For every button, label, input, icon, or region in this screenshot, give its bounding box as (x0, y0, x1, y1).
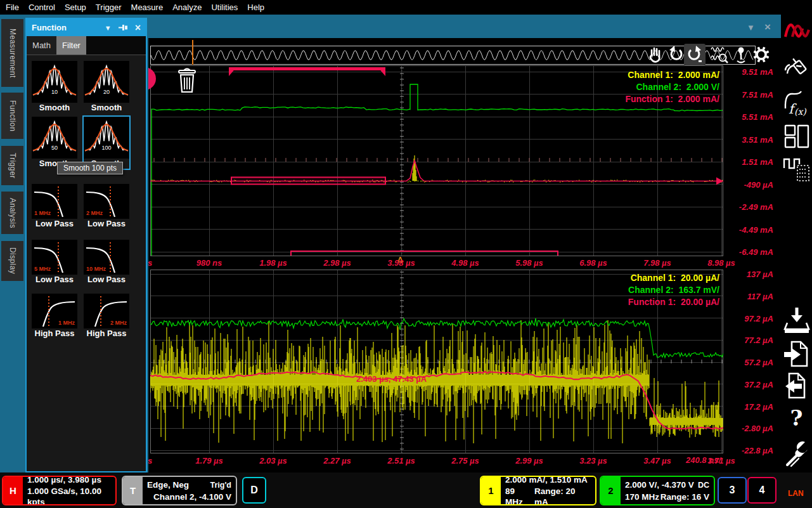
sidebar-tab-function[interactable]: Function (1, 93, 23, 139)
ch1-scale-offset: 2.000 mA/, 1.510 mA (505, 476, 588, 485)
channel-2-box[interactable]: 2 2.000 V/, -4.370 VDC 170 MHzRange: 16 … (600, 476, 715, 505)
plot-2-x-axis: 240.8 ns/ s1.79 µs2.03 µs2.27 µs2.51 µs2… (150, 455, 723, 467)
undo-icon[interactable] (667, 45, 686, 64)
plot-2-channel-scales: Channel 1: 20.00 µA/Channel 2: 163.7 mV/… (628, 272, 719, 308)
x-axis-label: 3.98 µs (373, 258, 430, 268)
menu-control[interactable]: Control (29, 3, 55, 12)
trigger-settings-box[interactable]: T Edge, NegTrig'd Channel 2, -4.100 V (122, 476, 237, 505)
menu-utilities[interactable]: Utilities (211, 3, 238, 12)
ch2-bandwidth: 170 MHz (625, 492, 659, 502)
channel-1-box[interactable]: 1 2.000 mA/, 1.510 mA 89 MHzRange: 20 mA (480, 476, 596, 505)
sidebar-tab-display[interactable]: Display (1, 241, 23, 281)
plot1-channel2-trace (151, 84, 723, 256)
x-axis-label: 6.98 µs (565, 258, 622, 268)
delete-trash-icon[interactable] (176, 67, 198, 96)
function-panel-title: Function (32, 23, 67, 32)
menu-help[interactable]: Help (247, 3, 264, 12)
filter-item-smooth-100[interactable]: 100Smooth (84, 117, 129, 169)
trace-end-marker (716, 178, 723, 185)
x-axis-label: 2.75 µs (437, 456, 494, 466)
filter-item-low-pass-1MHz[interactable]: 1 MHzLow Pass (32, 184, 77, 229)
filter-item-high-pass-1MHz[interactable]: 1 MHzHigh Pass (32, 294, 77, 339)
horizontal-settings-box[interactable]: H 1.000 µs/, 3.980 µs 1.000 GSa/s, 10.00… (2, 476, 117, 505)
menu-setup[interactable]: Setup (65, 3, 86, 12)
export-file-icon[interactable] (781, 371, 812, 400)
display-layout-icon[interactable] (781, 124, 812, 149)
panel-dropdown-icon[interactable]: ▼ (105, 24, 112, 32)
window-dropdown-icon[interactable]: ▼ (747, 23, 755, 32)
y-axis-label: 117 µA (747, 291, 773, 301)
digital-channels-icon[interactable] (781, 154, 812, 183)
function-panel-tabs: Math Filter (27, 36, 146, 55)
ch2-scale-offset: 2.000 V/, -4.370 V (625, 479, 694, 490)
load-file-icon[interactable] (781, 339, 812, 368)
panel-pin-icon[interactable] (119, 23, 128, 32)
function-fx-icon[interactable]: f (x) (781, 89, 812, 117)
x-axis-label: 1.79 µs (181, 456, 238, 466)
menu-measure[interactable]: Measure (131, 3, 164, 12)
ch2-coupling: DC (698, 480, 709, 491)
filter-item-low-pass-5MHz[interactable]: 5 MHzLow Pass (32, 240, 77, 285)
filter-item-label: Low Pass (84, 219, 129, 229)
overview-position-marker[interactable] (192, 40, 193, 65)
x-axis-label-clipped: s (148, 258, 152, 268)
filter-item-smooth-20[interactable]: 20Smooth (84, 61, 129, 113)
measurement-annotation: 2.403 µs, 47.43 µA (356, 374, 427, 384)
channel-scale-readout: Channel 1: 20.00 µA/ (628, 272, 719, 284)
filter-item-smooth-50[interactable]: 50Smooth (32, 117, 77, 169)
panel-close-icon[interactable]: × (135, 22, 141, 34)
svg-text:10 MHz: 10 MHz (86, 266, 106, 272)
y-axis-label: -2.80 µA (742, 424, 773, 433)
x-axis-label: 3.47 µs (629, 456, 686, 466)
filter-item-smooth-10[interactable]: 10Smooth (32, 61, 77, 113)
filter-item-low-pass-10MHz[interactable]: 10 MHzLow Pass (84, 240, 129, 285)
x-axis-label: 1.98 µs (245, 258, 302, 268)
menu-file[interactable]: File (6, 3, 19, 12)
digital-button[interactable]: D (242, 477, 266, 504)
y-axis-label: 97.2 µA (744, 313, 773, 323)
sidebar-tab-analysis[interactable]: Analysis (1, 192, 23, 234)
menu-bar: FileControlSetupTriggerMeasureAnalyzeUti… (0, 0, 812, 15)
y-axis-label: 17.2 µA (744, 401, 773, 411)
sidebar-tab-trigger[interactable]: Trigger (1, 146, 23, 185)
waveform-display-window: Channel 1: 2.000 mA/Channel 2: 2.000 V/F… (148, 38, 781, 472)
h-scale: 1.000 µs/, 3.980 µs (27, 476, 101, 485)
svg-text:1 MHz: 1 MHz (58, 320, 75, 326)
menu-trigger[interactable]: Trigger (96, 3, 122, 12)
save-waveform-icon[interactable] (781, 305, 812, 335)
x-axis-label: 4.98 µs (437, 258, 494, 268)
channel-2-badge: 2 (601, 477, 621, 504)
filter-item-label: Low Pass (32, 275, 77, 285)
pan-hand-icon[interactable] (647, 45, 666, 64)
plot2-channel2-trace (150, 318, 723, 358)
x-axis-label: 2.51 µs (373, 456, 430, 466)
sidebar-tab-measurement[interactable]: Measurement (1, 19, 23, 87)
plot-1-channel-scales: Channel 1: 2.000 mA/Channel 2: 2.000 V/F… (625, 69, 719, 105)
menu-analyze[interactable]: Analyze (172, 3, 202, 12)
utilities-tools-icon[interactable] (781, 438, 812, 469)
plot2-channel1-trace (150, 320, 723, 443)
svg-text:2 MHz: 2 MHz (110, 320, 127, 326)
filter-item-label: High Pass (32, 329, 77, 339)
zoom-region-bar (229, 67, 385, 70)
window-close-icon[interactable]: × (764, 21, 771, 34)
channel-scale-readout: Function 1: 2.000 mA/ (625, 93, 719, 105)
filter-item-low-pass-2MHz[interactable]: 2 MHzLow Pass (84, 184, 129, 229)
channel-4-button[interactable]: 4 (747, 477, 777, 504)
redo-button[interactable] (684, 44, 706, 65)
svg-text:(x): (x) (794, 107, 807, 117)
x-axis-label: 7.98 µs (629, 258, 686, 268)
probe-setup-icon[interactable] (781, 51, 812, 79)
ch1-range: Range: 20 mA (534, 486, 591, 506)
svg-text:1 MHz: 1 MHz (34, 210, 51, 216)
help-icon[interactable]: ? (781, 405, 812, 431)
tab-filter[interactable]: Filter (56, 36, 86, 55)
function-panel-titlebar[interactable]: Function ▼ × (27, 19, 146, 36)
horizontal-badge: H (3, 477, 23, 504)
channel-3-button[interactable]: 3 (718, 477, 747, 504)
x-axis-label: 3.71 µs (693, 456, 750, 466)
filter-item-high-pass-2MHz[interactable]: 2 MHzHigh Pass (84, 294, 129, 339)
lan-status: LAN (788, 489, 804, 498)
filter-item-label: Smooth (32, 103, 77, 113)
tab-math[interactable]: Math (27, 36, 56, 55)
